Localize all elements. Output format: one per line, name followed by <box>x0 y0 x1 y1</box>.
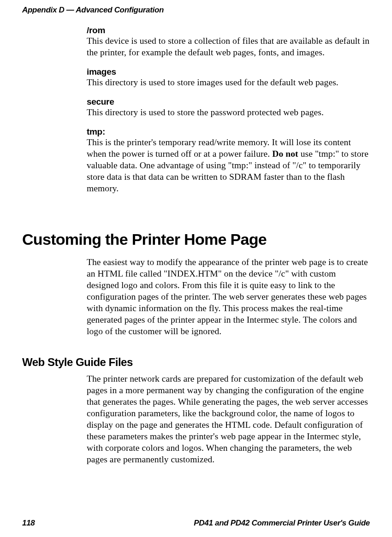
heading-web-style: Web Style Guide Files <box>22 356 133 369</box>
desc-tmp: This is the printer's temporary read/wri… <box>87 137 370 195</box>
definitions-block: /rom This device is used to store a coll… <box>87 25 370 195</box>
page-header: Appendix D — Advanced Configuration <box>22 6 164 15</box>
heading-customing: Customing the Printer Home Page <box>22 230 267 248</box>
tmp-bold: Do not <box>272 149 298 159</box>
customing-block: The easiest way to modify the appearance… <box>87 257 370 337</box>
page-number: 118 <box>22 519 35 528</box>
para-customing: The easiest way to modify the appearance… <box>87 257 370 337</box>
footer-title: PD41 and PD42 Commercial Printer User's … <box>194 519 370 528</box>
web-style-block: The printer network cards are prepared f… <box>87 373 370 466</box>
term-tmp: tmp: <box>87 127 370 137</box>
desc-rom: This device is used to store a collectio… <box>87 35 370 59</box>
para-web: The printer network cards are prepared f… <box>87 373 370 466</box>
term-images: images <box>87 67 370 77</box>
desc-images: This directory is used to store images u… <box>87 77 370 89</box>
term-rom: /rom <box>87 25 370 35</box>
term-secure: secure <box>87 97 370 107</box>
desc-secure: This directory is used to store the pass… <box>87 107 370 118</box>
